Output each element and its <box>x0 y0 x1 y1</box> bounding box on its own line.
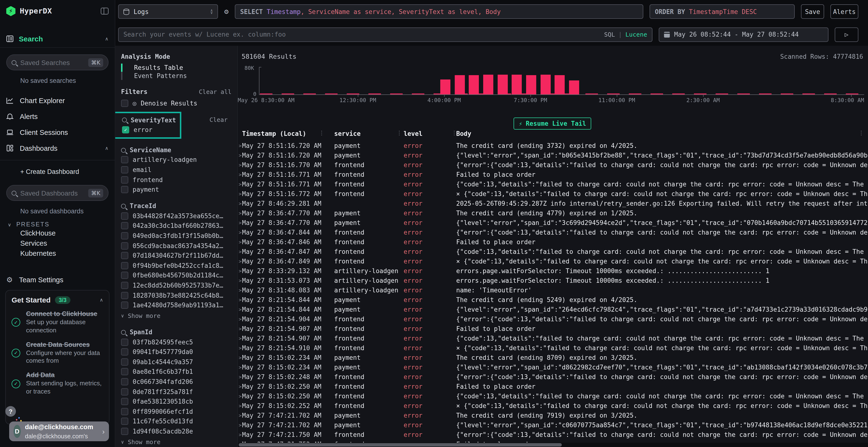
denoise-results-checkbox[interactable]: ◎ Denoise Results <box>121 100 231 107</box>
filter-value[interactable]: 1d94f08c5acdb28e <box>121 426 231 437</box>
preset-item[interactable]: Kubernetes <box>0 248 115 258</box>
table-row[interactable]: > May 27 8:36:47.847 AM frontend error {… <box>238 247 868 256</box>
row-expand-chevron-icon[interactable]: > <box>238 239 242 244</box>
row-expand-chevron-icon[interactable]: > <box>238 259 242 264</box>
filter-value[interactable]: email <box>121 165 231 175</box>
filter-value[interactable]: 09ab1c4544c9a357 <box>121 357 231 367</box>
row-expand-chevron-icon[interactable]: > <box>238 191 242 196</box>
checkbox-unchecked[interactable] <box>121 378 128 385</box>
table-row[interactable]: > May 27 8:15:02.248 AM frontend error {… <box>238 372 868 381</box>
row-expand-chevron-icon[interactable]: > <box>238 393 242 399</box>
mode-event-patterns[interactable]: Event Patterns <box>121 72 231 80</box>
filter-value[interactable]: frontend <box>121 175 231 185</box>
table-row[interactable]: > May 27 8:36:47.849 AM frontend error ×… <box>238 256 868 266</box>
sidebar-item-search[interactable]: Search ∧ <box>0 30 115 48</box>
table-row[interactable]: > May 27 8:51:16.771 AM frontend error {… <box>238 179 868 189</box>
saved-searches-input[interactable]: Saved Searches ⌘K <box>6 55 108 70</box>
clear-all-filters-link[interactable]: Clear all <box>199 88 231 95</box>
preset-item[interactable]: ClickHouse <box>0 228 115 238</box>
histogram-bar[interactable] <box>497 75 507 94</box>
event-search-input[interactable]: Search your events w/ Lucene ex. column:… <box>118 27 652 42</box>
column-resize-handle[interactable]: ⋮ <box>396 130 402 136</box>
table-row[interactable]: > May 27 8:46:29.281 AM error 2025-05-26… <box>238 199 868 208</box>
row-expand-chevron-icon[interactable]: > <box>238 172 242 177</box>
alerts-button[interactable]: Alerts <box>830 4 858 19</box>
filter-value[interactable]: 0f94b9befe0b4252ccfa1c8… <box>121 261 231 271</box>
filter-value[interactable]: 0ae8e1f6c6b37fb1 <box>121 367 231 377</box>
filter-value[interactable]: 1ae42480d758e9ab91193a1… <box>121 300 231 310</box>
get-started-item[interactable]: ✓ Create Data Sources Configure where yo… <box>11 341 103 365</box>
filter-value[interactable]: 056cd9acbaac8637a4354a2… <box>121 241 231 251</box>
checkbox-unchecked[interactable] <box>121 262 128 269</box>
row-expand-chevron-icon[interactable]: > <box>238 297 242 302</box>
table-row[interactable]: > May 27 8:33:29.132 AM artillery-loadge… <box>238 266 868 276</box>
save-button[interactable]: Save <box>801 4 824 19</box>
row-expand-chevron-icon[interactable]: > <box>238 249 242 254</box>
saved-dashboards-input[interactable]: Saved Dashboards ⌘K <box>6 185 108 201</box>
checkbox-unchecked[interactable] <box>121 428 128 435</box>
show-more-spanid[interactable]: ∨ Show more <box>121 437 231 447</box>
table-row[interactable]: > May 27 8:36:47.770 AM payment error Th… <box>238 208 868 218</box>
mode-results-table[interactable]: Results Table <box>121 64 231 72</box>
table-row[interactable]: > May 27 8:21:54.904 AM frontend error {… <box>238 314 868 324</box>
table-row[interactable]: > May 27 8:21:54.907 AM frontend error F… <box>238 324 868 333</box>
table-row[interactable]: > May 27 8:21:54.844 AM payment error Th… <box>238 295 868 304</box>
filter-value[interactable]: 11c67fe55c0d13fd <box>121 416 231 426</box>
resume-live-tail-button[interactable]: ⚡ Resume Live Tail <box>514 117 591 130</box>
sidebar-item-team-settings[interactable]: ⚙ Team Settings <box>0 273 115 287</box>
column-header-service[interactable]: service <box>334 130 404 137</box>
table-row[interactable]: > May 27 7:47:21.702 AM payment error {"… <box>238 420 868 429</box>
checkbox-unchecked[interactable] <box>121 418 128 425</box>
sidebar-item-client-sessions[interactable]: Client Sessions <box>0 124 115 140</box>
row-expand-chevron-icon[interactable]: > <box>238 307 242 312</box>
filter-value[interactable]: 0c0667304fafd206 <box>121 377 231 387</box>
checkbox-unchecked[interactable] <box>121 338 128 346</box>
table-row[interactable]: > May 27 8:51:16.771 AM frontend error F… <box>238 170 868 179</box>
row-expand-chevron-icon[interactable]: > <box>238 143 242 148</box>
row-expand-chevron-icon[interactable]: > <box>238 345 242 350</box>
table-row[interactable]: > May 27 8:21:54.844 AM payment error {"… <box>238 304 868 314</box>
checkbox-unchecked[interactable] <box>121 100 128 107</box>
table-row[interactable]: > May 27 8:15:02.234 AM payment error Th… <box>238 353 868 362</box>
filter-value[interactable]: payment <box>121 185 231 195</box>
table-row[interactable]: > May 27 8:21:54.910 AM frontend error ×… <box>238 343 868 353</box>
table-row[interactable]: > May 27 8:15:02.250 AM frontend error {… <box>238 391 868 401</box>
row-expand-chevron-icon[interactable]: > <box>238 355 242 360</box>
row-expand-chevron-icon[interactable]: > <box>238 336 242 341</box>
filter-value[interactable]: 0fbe680eb456750b2d1184c… <box>121 271 231 280</box>
row-expand-chevron-icon[interactable]: > <box>238 278 242 283</box>
histogram-bar[interactable] <box>440 79 451 94</box>
get-started-item[interactable]: ✓ Add Data Start sending logs, metrics, … <box>11 372 103 396</box>
row-expand-chevron-icon[interactable]: > <box>238 326 242 331</box>
row-expand-chevron-icon[interactable]: > <box>238 162 242 167</box>
checkbox-unchecked[interactable] <box>121 291 128 299</box>
checkbox-unchecked[interactable] <box>121 156 128 164</box>
help-button[interactable]: ? <box>5 406 16 417</box>
filter-value[interactable]: 0fae5381230518cb <box>121 397 231 407</box>
checkbox-unchecked[interactable] <box>121 212 128 220</box>
table-row[interactable]: > May 27 7:47:21.750 AM frontend error {… <box>238 429 868 439</box>
table-row[interactable]: > May 27 8:31:48.083 AM artillery-loadge… <box>238 285 868 295</box>
filter-value[interactable]: 03f7b824595feec5 <box>121 337 231 347</box>
checkbox-unchecked[interactable] <box>121 398 128 405</box>
filter-value[interactable]: artillery-loadgen <box>121 155 231 165</box>
source-select[interactable]: Logs ∧∨ <box>118 4 218 19</box>
table-row[interactable]: > May 27 8:15:02.234 AM payment error {"… <box>238 362 868 372</box>
table-row[interactable]: > May 27 8:15:02.252 AM frontend error ×… <box>238 401 868 410</box>
filter-value[interactable]: 0ff8990066efcf1d <box>121 407 231 416</box>
time-range-picker[interactable]: May 26 08:52:44 - May 27 08:52:44 <box>659 27 829 42</box>
checkbox-unchecked[interactable] <box>121 186 128 193</box>
order-by-input[interactable]: ORDER BY TimestampTime DESC <box>650 4 795 19</box>
run-query-button[interactable]: ▷ <box>835 27 858 42</box>
row-expand-chevron-icon[interactable]: > <box>238 422 242 427</box>
user-menu[interactable]: D dale@clickhouse.com dale@clickhouse.co… <box>9 421 109 441</box>
chevron-up-icon[interactable]: ∧ <box>105 145 108 151</box>
row-expand-chevron-icon[interactable]: > <box>238 413 242 418</box>
source-settings-gear-icon[interactable]: ⚙ <box>224 7 228 16</box>
histogram-bar[interactable] <box>540 75 551 94</box>
sidebar-item-chart-explorer[interactable]: Chart Explorer <box>0 93 115 108</box>
filter-value[interactable]: 0de781ff325a781f <box>121 387 231 397</box>
presets-toggle[interactable]: ∨ PRESETS <box>0 221 115 228</box>
filter-value[interactable]: 12ec8dd52b60b9525733b7e… <box>121 280 231 290</box>
table-row[interactable]: > May 27 8:51:16.720 AM payment error {"… <box>238 150 868 160</box>
